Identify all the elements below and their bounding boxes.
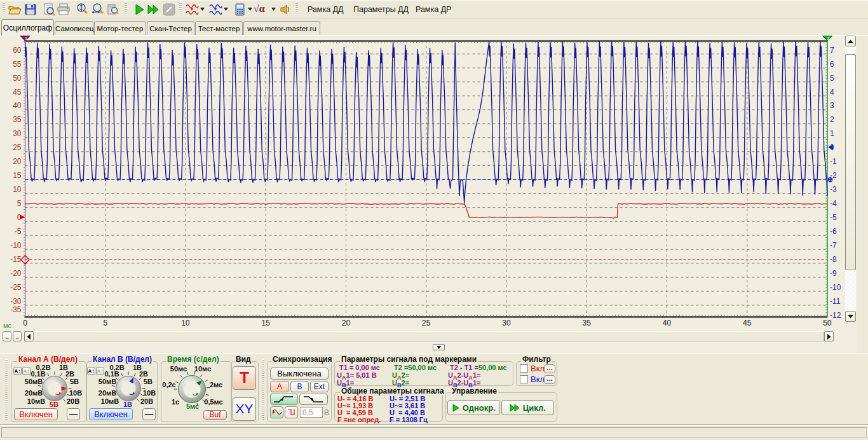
svg-text:-11: -11	[830, 297, 841, 306]
svg-text:-20: -20	[10, 269, 22, 278]
svg-text:1: 1	[25, 36, 28, 41]
svg-text:-8: -8	[830, 255, 837, 264]
svg-text:0: 0	[23, 319, 27, 327]
svg-text:20: 20	[13, 157, 22, 166]
svg-text:10: 10	[13, 185, 22, 194]
svg-text:5: 5	[830, 74, 834, 83]
svg-text:-10: -10	[10, 241, 22, 250]
svg-text:7: 7	[830, 46, 834, 55]
svg-text:10: 10	[181, 319, 190, 327]
svg-text:-9: -9	[830, 269, 837, 278]
svg-text:-35: -35	[10, 305, 22, 314]
svg-text:-1: -1	[830, 157, 837, 166]
svg-text:25: 25	[13, 143, 22, 152]
svg-text:45: 45	[13, 88, 22, 97]
svg-text:-4: -4	[830, 199, 837, 208]
svg-text:35: 35	[583, 319, 592, 327]
svg-text:-3: -3	[830, 185, 837, 194]
svg-text:5: 5	[103, 319, 107, 327]
svg-text:6: 6	[830, 60, 834, 69]
svg-text:40: 40	[663, 319, 672, 327]
svg-text:-15: -15	[10, 255, 22, 264]
svg-text:45: 45	[743, 319, 752, 327]
svg-text:-5: -5	[830, 213, 837, 222]
svg-text:4: 4	[830, 88, 834, 97]
svg-text:15: 15	[262, 319, 271, 327]
svg-text:30: 30	[502, 319, 511, 327]
svg-text:2: 2	[830, 115, 834, 124]
svg-text:25: 25	[422, 319, 431, 327]
svg-text:-30: -30	[10, 297, 22, 306]
svg-text:-7: -7	[830, 241, 837, 250]
svg-text:2: 2	[827, 36, 830, 41]
svg-text:1: 1	[830, 129, 834, 138]
svg-text:-10: -10	[830, 283, 841, 292]
svg-text:50: 50	[13, 74, 22, 83]
svg-text:35: 35	[13, 115, 22, 124]
svg-text:5: 5	[17, 199, 22, 208]
svg-text:55: 55	[13, 60, 22, 69]
svg-text:-5: -5	[15, 227, 22, 236]
svg-text:40: 40	[13, 101, 22, 110]
svg-text:60: 60	[13, 46, 22, 55]
svg-text:-25: -25	[10, 283, 22, 292]
svg-text:-2: -2	[830, 171, 837, 180]
svg-text:15: 15	[13, 171, 22, 180]
svg-text:50: 50	[823, 319, 832, 327]
svg-text:-6: -6	[830, 227, 837, 236]
svg-text:30: 30	[13, 129, 22, 138]
svg-text:3: 3	[830, 101, 834, 110]
svg-text:20: 20	[342, 319, 351, 327]
svg-text:мс: мс	[3, 322, 12, 329]
